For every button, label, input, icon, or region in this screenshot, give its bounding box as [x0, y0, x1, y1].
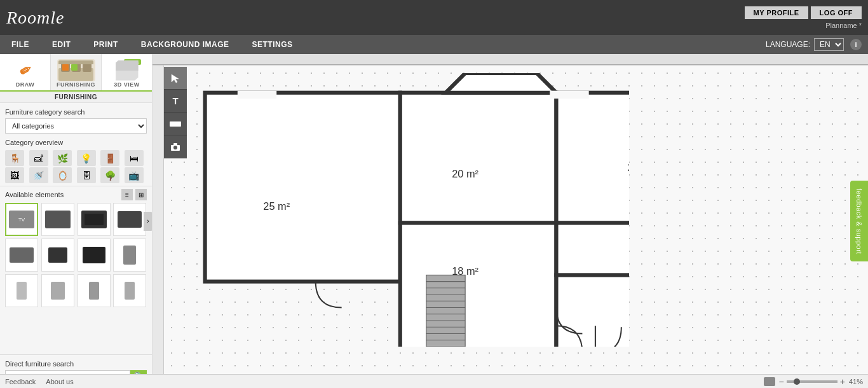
planname: Planname *	[825, 22, 862, 29]
zoom-percent-label: 41%	[849, 378, 863, 385]
cat-icon-9[interactable]: 🗄	[77, 167, 96, 183]
ruler-left	[153, 66, 164, 388]
topbar: Roomle MY PROFILE LOG OFF Planname *	[0, 0, 868, 35]
svg-text:20 m²: 20 m²	[452, 168, 478, 179]
svg-rect-5	[556, 275, 629, 347]
about-us-link[interactable]: About us	[46, 378, 73, 385]
log-off-button[interactable]: LOG OFF	[811, 6, 862, 19]
ruler-top	[153, 54, 868, 66]
search-label: Direct furniture search	[5, 360, 147, 368]
zoom-slider[interactable]	[787, 380, 837, 383]
cat-icon-1[interactable]: 🛋	[29, 150, 48, 166]
sidebar-collapse-arrow[interactable]: ›	[144, 212, 153, 231]
camera-tool-btn[interactable]	[164, 135, 187, 158]
category-search-label: Furniture category search	[5, 108, 147, 116]
svg-rect-4	[400, 223, 557, 347]
sidebar: ✏ DRAW FURNISHING	[0, 54, 153, 388]
zoom-plus-btn[interactable]: +	[840, 377, 845, 387]
element-8[interactable]	[5, 274, 38, 307]
cat-icon-6[interactable]: 🖼	[5, 167, 24, 183]
zoom-icon[interactable]	[764, 377, 775, 386]
available-elements-header: Available elements ≡ ⊞	[0, 186, 152, 203]
feedback-support-label: feedback & support	[855, 188, 863, 254]
app-logo: Roomle	[6, 8, 65, 28]
furnishing-label: FURNISHING	[0, 92, 152, 103]
tool-panel: T	[164, 67, 187, 158]
mode-furnish[interactable]: FURNISHING	[51, 54, 102, 90]
mode-3d[interactable]: BETA 3D VIEW	[102, 54, 152, 90]
svg-marker-2	[445, 73, 556, 93]
svg-rect-30	[173, 143, 177, 146]
cube-icon: BETA	[112, 59, 141, 81]
svg-point-29	[173, 146, 177, 149]
mode-selector: ✏ DRAW FURNISHING	[0, 54, 152, 92]
element-1[interactable]	[41, 203, 74, 236]
sofa-icon	[57, 59, 95, 81]
select-tool-btn[interactable]	[164, 67, 187, 90]
element-3[interactable]	[113, 203, 146, 236]
element-0[interactable]: TV	[5, 203, 38, 236]
elements-grid: TV	[0, 203, 152, 307]
svg-text:18 m²: 18 m²	[452, 265, 478, 277]
list-view-btn[interactable]: ≡	[121, 189, 133, 200]
element-7[interactable]	[113, 239, 146, 272]
mode-draw[interactable]: ✏ DRAW	[0, 54, 51, 90]
view-toggle: ≡ ⊞	[121, 189, 147, 200]
zoom-controls: − + 41%	[764, 377, 863, 387]
element-9[interactable]	[41, 274, 74, 307]
svg-rect-6	[556, 223, 629, 275]
feedback-support-sidebar[interactable]: feedback & support	[850, 181, 868, 262]
cat-icon-10[interactable]: 🌳	[100, 167, 119, 183]
element-10[interactable]	[78, 274, 111, 307]
category-dropdown[interactable]: All categories	[5, 118, 147, 134]
grid-view-btn[interactable]: ⊞	[135, 189, 147, 200]
my-profile-button[interactable]: MY PROFILE	[745, 6, 808, 19]
cat-icon-8[interactable]: 🪞	[53, 167, 72, 183]
category-search-section: Furniture category search All categories	[0, 103, 152, 136]
cat-icon-7[interactable]: 🚿	[29, 167, 48, 183]
cat-icon-3[interactable]: 💡	[77, 150, 96, 166]
zoom-slider-container: − +	[779, 377, 845, 387]
info-icon[interactable]: i	[850, 39, 862, 50]
category-overview-label: Category overview	[0, 136, 152, 148]
menu-file[interactable]: FILE	[0, 35, 41, 54]
svg-rect-21	[550, 91, 588, 99]
menubar: FILE EDIT PRINT BACKGROUND IMAGE SETTING…	[0, 35, 868, 54]
element-11[interactable]	[113, 274, 146, 307]
pencil-icon: ✏	[11, 56, 39, 85]
element-5[interactable]	[41, 239, 74, 272]
canvas-area[interactable]: 25 m² 20 m² 26 m² 18 m² 3 m² T	[153, 54, 868, 388]
cat-icon-5[interactable]: 🛏	[125, 150, 144, 166]
cat-icon-11[interactable]: 📺	[125, 167, 144, 183]
cat-icon-0[interactable]: 🪑	[5, 150, 24, 166]
menu-print[interactable]: PRINT	[82, 35, 130, 54]
zoom-minus-btn[interactable]: −	[779, 377, 784, 387]
feedback-link[interactable]: Feedback	[5, 378, 36, 385]
menu-background-image[interactable]: BACKGROUND IMAGE	[130, 35, 241, 54]
svg-rect-20	[238, 91, 276, 99]
available-elements-label: Available elements	[5, 191, 64, 198]
wall-tool-btn[interactable]	[164, 113, 187, 135]
top-right-section: MY PROFILE LOG OFF Planname *	[745, 6, 862, 29]
svg-text:26 m²: 26 m²	[628, 162, 629, 173]
mode-3d-label: 3D VIEW	[114, 81, 140, 88]
top-buttons-row: MY PROFILE LOG OFF	[745, 6, 862, 19]
language-section: LANGUAGE: EN DE FR ES i	[766, 38, 868, 51]
cat-icon-4[interactable]: 🚪	[100, 150, 119, 166]
svg-rect-1	[400, 93, 557, 223]
mode-furnish-label: FURNISHING	[57, 81, 95, 88]
element-2[interactable]	[78, 203, 111, 236]
menu-edit[interactable]: EDIT	[41, 35, 82, 54]
svg-text:25 m²: 25 m²	[263, 200, 290, 212]
element-6[interactable]	[78, 239, 111, 272]
bottombar: Feedback About us − + 41%	[0, 374, 868, 388]
svg-rect-0	[205, 93, 400, 282]
svg-rect-7	[426, 275, 465, 347]
cat-icon-2[interactable]: 🌿	[53, 150, 72, 166]
element-4[interactable]	[5, 239, 38, 272]
text-tool-btn[interactable]: T	[164, 90, 187, 113]
language-label: LANGUAGE:	[766, 40, 810, 49]
menu-settings[interactable]: SETTINGS	[241, 35, 304, 54]
floor-plan-svg: 25 m² 20 m² 26 m² 18 m² 3 m²	[184, 73, 629, 347]
language-select[interactable]: EN DE FR ES	[814, 38, 844, 51]
